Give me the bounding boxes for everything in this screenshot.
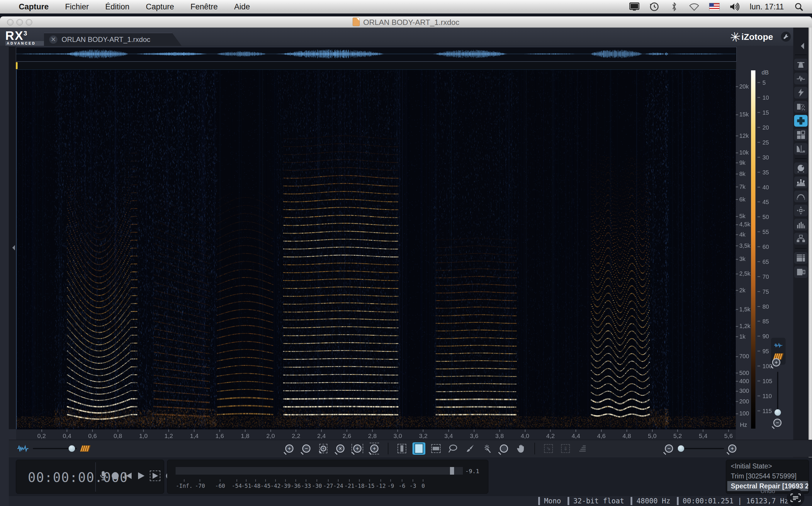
time-tick: 3,0 [393,429,402,439]
document-tab[interactable]: ✕ ORLAN BODY-ART_1.rxdoc [44,33,182,46]
hzoom-slider-handle[interactable] [678,445,684,452]
display-icon[interactable] [629,2,639,12]
spectral-repair-module-button[interactable] [794,115,808,126]
db-tick: 45 [757,199,769,205]
signal-chain-button[interactable] [794,233,808,245]
vertical-zoom-slider-handle[interactable] [775,409,781,416]
play-button[interactable] [137,472,145,480]
hzoom-slider[interactable] [677,448,724,449]
tab-close-icon[interactable]: ✕ [49,35,58,44]
hzoom-in-icon[interactable]: + [728,444,736,453]
remove-hum-module-button[interactable] [794,87,808,98]
spectrogram-view[interactable] [16,70,736,429]
menu-item[interactable]: Fenêtre [191,2,218,11]
menu-item[interactable]: Capture [19,2,49,11]
db-tick: 55 [757,229,769,235]
zoom-reset-button[interactable]: × [334,442,347,455]
input-language-flag-icon[interactable] [709,3,720,11]
dereverb-module-button[interactable] [794,162,808,174]
move-selection-diag-button[interactable]: ⇘ [542,442,555,455]
time-tick: 4,4 [572,429,580,439]
blend-slider[interactable] [33,448,77,449]
settings-wrench-button[interactable] [781,32,791,41]
declick-module-button[interactable] [794,73,808,84]
brush-selection-tool[interactable] [463,442,476,455]
meter-tick: -27 [323,479,333,489]
meter-tick: -42 [271,479,280,489]
overview-waveform-canvas[interactable] [16,47,736,61]
spectrogram-canvas[interactable] [16,70,736,429]
level-meter-value: -9.1 [465,468,479,475]
time-selection-tool[interactable] [395,442,409,455]
monitor-headphones-button[interactable] [794,190,808,202]
bluetooth-icon[interactable] [669,2,679,12]
time-frequency-selection-tool[interactable] [413,442,425,455]
zoom-out-button[interactable]: − [300,442,313,455]
denoise-module-button[interactable] [794,101,808,112]
menu-item[interactable]: Édition [105,2,129,11]
db-tick: 40 [757,184,769,190]
selection-steps-button[interactable] [576,442,589,455]
vertical-zoom-out-icon[interactable]: − [773,419,782,427]
time-machine-icon[interactable] [649,2,659,12]
hand-tool[interactable] [515,442,527,455]
record-button[interactable] [111,472,119,480]
vertical-zoom-slider[interactable] [777,372,778,413]
time-tick: 3,4 [444,429,453,439]
magnify-tool[interactable] [498,442,510,455]
waveform-view-button[interactable] [772,340,785,351]
menu-item[interactable]: Capture [146,2,174,11]
magic-wand-tool[interactable] [480,442,493,455]
status-item: 32-bit float [567,497,624,505]
menubar-clock[interactable]: lun. 17:11 [749,2,784,11]
zoom-in-button[interactable]: + [283,442,296,455]
lasso-selection-tool[interactable] [446,442,459,455]
hzoom-out-icon[interactable]: − [665,444,673,453]
vertical-zoom-in-icon[interactable]: + [772,358,780,366]
pan-tool-button[interactable] [794,204,808,216]
frequency-selection-tool[interactable] [430,442,442,455]
layout-panels-button[interactable] [794,252,808,264]
window-screens-button[interactable] [794,266,808,278]
meter-tick: -48 [250,479,260,489]
frequency-tick: 9k [736,159,750,166]
volume-icon[interactable] [730,2,740,12]
zoom-vertical-button[interactable]: + [368,442,381,455]
db-axis: 5101520253035404550556065707580859095100… [757,70,778,429]
meter-tick: -36 [290,479,300,489]
selection-marker-row[interactable] [9,62,736,70]
zoom-horizontal-button[interactable]: + [351,442,364,455]
overview-waveform[interactable] [16,47,737,62]
window-titlebar[interactable]: ORLAN BODY-ART_1.rxdoc [0,16,812,28]
record-monitor-mic-button[interactable] [100,471,106,481]
level-meters-button[interactable] [794,219,808,231]
declip-module-button[interactable] [794,59,808,70]
time-ruler[interactable]: 0,20,40,60,81,01,21,41,61,82,02,22,42,62… [16,429,736,440]
time-tick: 4,2 [546,429,555,439]
compare-module-button[interactable] [794,129,808,141]
collapse-left-panel-icon[interactable] [10,245,15,250]
frequency-tick: 10k [736,149,750,156]
menu-item[interactable]: Aide [234,2,250,11]
spectrum-analyzer-module-button[interactable] [794,176,808,188]
spectrogram-blend-icon [80,445,91,452]
wifi-icon[interactable] [689,2,699,12]
spotlight-icon[interactable] [794,2,804,12]
collapse-rail-icon[interactable] [798,43,804,49]
undo-history-item[interactable]: Trim [302544 575999] [727,471,808,481]
time-tick: 2,2 [292,429,300,439]
play-selection-button[interactable] [150,471,160,481]
undo-history-item[interactable]: <Initial State> [727,461,808,471]
eq-module-button[interactable] [794,143,808,155]
go-to-start-button[interactable] [124,472,132,480]
time-tick: 0,6 [88,429,97,439]
frequency-tick: 2k [736,287,750,293]
db-tick: 35 [757,169,769,176]
frequency-tick: 100 [736,410,750,417]
zoom-to-selection-button[interactable]: + [317,442,330,455]
frequency-tick: 700 [736,353,750,360]
time-tick: 1,0 [139,429,148,439]
menu-item[interactable]: Fichier [65,2,89,11]
move-selection-down-button[interactable]: ⇓ [559,442,572,455]
blend-slider-handle[interactable] [69,445,75,452]
